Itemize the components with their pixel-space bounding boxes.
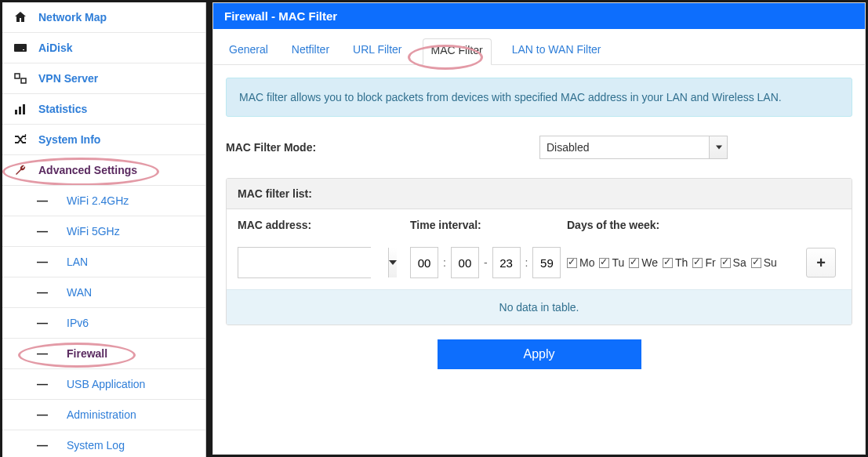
checkbox-icon[interactable] [567, 258, 577, 268]
sidebar-sub-wan[interactable]: — WAN [2, 277, 205, 308]
sidebar-sub-label: Firewall [67, 347, 107, 360]
sidebar-sub-usb[interactable]: — USB Application [2, 369, 205, 400]
sidebar-item-label: Network Map [38, 11, 107, 24]
time-start-hour[interactable] [410, 247, 438, 278]
mode-select[interactable]: Disabled [539, 136, 728, 159]
empty-message: No data in table. [227, 289, 852, 325]
checkbox-icon[interactable] [663, 258, 673, 268]
col-mac-label: MAC address: [238, 219, 410, 231]
day-mo[interactable]: Mo [567, 256, 594, 269]
colon: : [525, 256, 528, 269]
sidebar-sub-label: WiFi 5GHz [67, 225, 120, 238]
sidebar-sub-wifi5[interactable]: — WiFi 5GHz [2, 216, 205, 247]
checkbox-icon[interactable] [721, 258, 731, 268]
sidebar-item-label: AiDisk [38, 42, 73, 54]
apply-row: Apply [226, 339, 852, 369]
dash-icon: — [37, 408, 46, 421]
mac-address-input[interactable] [238, 248, 388, 277]
chevron-down-icon [389, 260, 397, 265]
bars-icon [13, 103, 27, 114]
sidebar-sub-label: WiFi 2.4GHz [67, 194, 129, 207]
swap-icon [13, 73, 27, 84]
sidebar-sub-label: WAN [67, 286, 92, 299]
checkbox-icon[interactable] [751, 258, 761, 268]
sidebar-item-network-map[interactable]: Network Map [2, 2, 205, 33]
sidebar-item-vpn[interactable]: VPN Server [2, 63, 205, 94]
info-box: MAC filter allows you to block packets f… [226, 78, 852, 117]
col-days-label: Days of the week: [567, 219, 806, 231]
sidebar-sub-lan[interactable]: — LAN [2, 247, 205, 277]
sidebar-sub-firewall[interactable]: — Firewall [2, 339, 205, 369]
svg-rect-3 [21, 78, 26, 83]
dash-icon: — [37, 256, 46, 268]
svg-rect-0 [14, 44, 27, 52]
sidebar-sub-admin[interactable]: — Administration [2, 400, 205, 430]
mode-row: MAC Filter Mode: Disabled [226, 136, 852, 159]
sidebar: Network Map AiDisk VPN Server Statistics [2, 2, 206, 457]
sidebar-sub-syslog[interactable]: — System Log [2, 430, 205, 457]
mac-dropdown-button[interactable] [388, 248, 397, 277]
tab-lan2wan[interactable]: LAN to WAN Filter [509, 38, 605, 64]
svg-rect-5 [19, 107, 21, 114]
mac-list-panel: MAC filter list: MAC address: Time inter… [226, 178, 852, 325]
sidebar-sub-label: System Log [67, 439, 125, 452]
mac-address-combo[interactable] [238, 247, 371, 278]
add-row-button[interactable]: + [806, 248, 836, 277]
svg-rect-2 [15, 74, 20, 78]
sidebar-sub-label: USB Application [67, 378, 145, 390]
panel-title: MAC filter list: [227, 179, 852, 209]
colon: : [443, 256, 446, 269]
sidebar-container: Network Map AiDisk VPN Server Statistics [2, 2, 206, 455]
checkbox-icon[interactable] [692, 258, 703, 268]
day-we[interactable]: We [629, 256, 658, 269]
day-fr[interactable]: Fr [692, 256, 715, 269]
sidebar-sub-ipv6[interactable]: — IPv6 [2, 308, 205, 339]
dash-icon: — [37, 378, 46, 390]
tab-netfilter[interactable]: Netfilter [289, 38, 332, 64]
sidebar-sub-label: LAN [67, 256, 88, 268]
page-title: Firewall - MAC Filter [213, 3, 865, 29]
sidebar-item-sysinfo[interactable]: System Info [2, 125, 205, 155]
list-header: MAC address: Time interval: Days of the … [227, 209, 852, 236]
checkbox-icon[interactable] [599, 258, 609, 268]
sidebar-sub-label: IPv6 [67, 317, 89, 329]
checkbox-icon[interactable] [629, 258, 639, 268]
svg-rect-6 [23, 104, 25, 114]
sidebar-item-statistics[interactable]: Statistics [2, 94, 205, 125]
time-end-min[interactable] [532, 247, 561, 278]
day-tu[interactable]: Tu [599, 256, 624, 269]
tab-bar: General Netfilter URL Filter MAC Filter … [213, 29, 865, 65]
sidebar-item-label: VPN Server [38, 72, 98, 85]
mode-value: Disabled [547, 141, 589, 154]
app-root: Network Map AiDisk VPN Server Statistics [0, 0, 868, 457]
time-end-hour[interactable] [492, 247, 521, 278]
day-su[interactable]: Su [751, 256, 777, 269]
day-sa[interactable]: Sa [721, 256, 746, 269]
shuffle-icon [13, 134, 27, 145]
plus-icon: + [816, 254, 826, 272]
filter-input-row: : - : Mo Tu We Th [227, 236, 852, 289]
svg-rect-4 [15, 110, 17, 114]
sidebar-section-label: Advanced Settings [38, 164, 137, 176]
tab-urlfilter[interactable]: URL Filter [350, 38, 405, 64]
col-time-label: Time interval: [410, 219, 567, 231]
day-th[interactable]: Th [663, 256, 688, 269]
sidebar-section-advanced[interactable]: Advanced Settings [2, 155, 205, 186]
time-start-min[interactable] [451, 247, 479, 278]
dash-icon: — [37, 194, 46, 207]
home-icon [13, 11, 27, 24]
apply-button[interactable]: Apply [438, 339, 641, 369]
content-area: MAC filter allows you to block packets f… [213, 65, 865, 454]
sidebar-sub-wifi24[interactable]: — WiFi 2.4GHz [2, 186, 205, 216]
wrench-icon [13, 164, 27, 176]
dash-icon: — [37, 225, 46, 238]
sidebar-sub-label: Administration [67, 408, 136, 421]
dash: - [484, 256, 488, 269]
tab-macfilter[interactable]: MAC Filter [423, 38, 492, 65]
disk-icon [13, 42, 27, 53]
sidebar-item-label: Statistics [38, 103, 87, 115]
tab-general[interactable]: General [226, 38, 271, 64]
sidebar-item-aidisk[interactable]: AiDisk [2, 33, 205, 63]
dash-icon: — [37, 439, 46, 452]
chevron-down-icon [716, 146, 722, 150]
